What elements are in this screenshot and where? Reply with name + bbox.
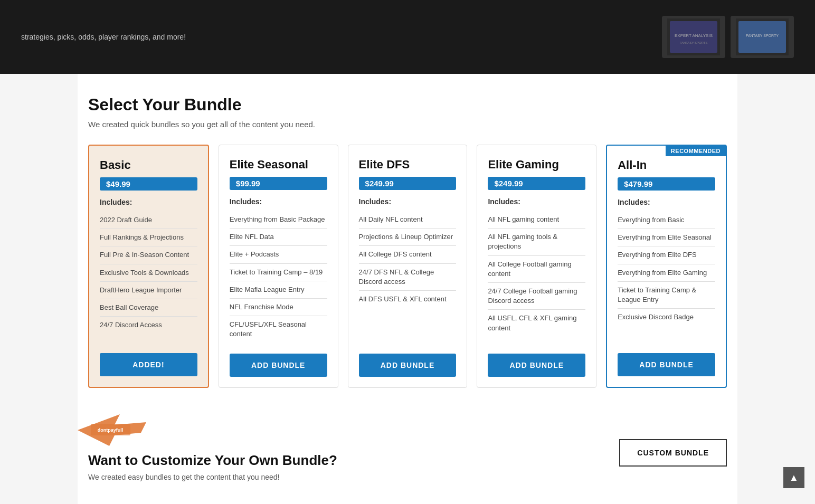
includes-label-all-in: Includes: <box>618 198 715 206</box>
section-subtitle: We created quick bundles so you get all … <box>88 120 727 129</box>
feature-item: Exclusive Tools & Downloads <box>100 264 197 282</box>
svg-text:FANTASY SPORTS: FANTASY SPORTS <box>679 41 707 44</box>
feature-item: 24/7 DFS NFL & College Discord access <box>359 264 457 291</box>
bundle-name-elite-dfs: Elite DFS <box>359 158 457 172</box>
bundle-name-elite-seasonal: Elite Seasonal <box>230 158 327 172</box>
banner-image-2: FANTASY SPORTY <box>731 16 794 58</box>
bundle-button-elite-seasonal[interactable]: ADD BUNDLE <box>230 354 327 377</box>
feature-item: 2022 Draft Guide <box>100 212 197 229</box>
feature-item: NFL Franchise Mode <box>230 299 327 316</box>
feature-item: All NFL gaming content <box>488 211 585 229</box>
feature-item: Ticket to Training Camp – 8/19 <box>230 264 327 281</box>
banner-description: strategies, picks, odds, player rankings… <box>21 32 186 43</box>
feature-list-elite-gaming: All NFL gaming contentAll NFL gaming too… <box>488 211 585 343</box>
feature-item: Ticket to Training Camp & League Entry <box>618 282 715 309</box>
bundle-card-all-in: RECOMMENDEDAll-In$479.99Includes:Everyth… <box>606 145 727 388</box>
feature-item: All DFS USFL & XFL content <box>359 291 457 308</box>
feature-item: Exclusive Discord Badge <box>618 309 715 326</box>
bundle-name-all-in: All-In <box>618 158 715 172</box>
banner-text: strategies, picks, odds, player rankings… <box>21 32 186 43</box>
feature-list-basic: 2022 Draft GuideFull Rankings & Projecti… <box>100 212 197 343</box>
bundle-button-all-in[interactable]: ADD BUNDLE <box>618 353 715 376</box>
includes-label-elite-seasonal: Includes: <box>230 197 327 206</box>
custom-bundle-title: Want to Customize Your Own Bundle? <box>88 452 337 469</box>
custom-bundle-section: dontpayfull Want to Customize Your Own B… <box>88 414 727 481</box>
price-badge-elite-seasonal: $99.99 <box>230 177 327 190</box>
bundle-card-elite-dfs: Elite DFS$249.99Includes:All Daily NFL c… <box>348 145 468 388</box>
feature-item: Full Pre & In-Season Content <box>100 246 197 264</box>
feature-item: CFL/USFL/XFL Seasonal content <box>230 316 327 343</box>
banner-images: EXPERT ANALYSIS FANTASY SPORTS FANTASY S… <box>662 16 794 58</box>
includes-label-elite-gaming: Includes: <box>488 197 585 206</box>
bundle-button-basic[interactable]: ADDED! <box>100 353 197 376</box>
includes-label-elite-dfs: Includes: <box>359 197 457 206</box>
banner: strategies, picks, odds, player rankings… <box>0 0 815 74</box>
arrow-decoration: dontpayfull <box>78 414 146 446</box>
feature-item: Everything from Elite Seasonal <box>618 229 715 246</box>
banner-image-1: EXPERT ANALYSIS FANTASY SPORTS <box>662 16 725 58</box>
feature-item: All College Football gaming content <box>488 256 585 283</box>
svg-text:dontpayfull: dontpayfull <box>98 427 124 433</box>
feature-item: 24/7 College Football gaming Discord acc… <box>488 283 585 310</box>
bundle-button-elite-dfs[interactable]: ADD BUNDLE <box>359 354 457 377</box>
custom-bundle-text: dontpayfull Want to Customize Your Own B… <box>88 425 337 481</box>
feature-item: Everything from Basic <box>618 212 715 229</box>
bundle-button-elite-gaming[interactable]: ADD BUNDLE <box>488 354 585 377</box>
feature-item: Projections & Lineup Optimizer <box>359 229 457 246</box>
svg-text:EXPERT ANALYSIS: EXPERT ANALYSIS <box>675 33 713 38</box>
feature-item: Everything from Elite Gaming <box>618 264 715 282</box>
price-badge-elite-dfs: $249.99 <box>359 177 457 190</box>
bundle-card-elite-seasonal: Elite Seasonal$99.99Includes:Everything … <box>219 145 338 388</box>
bundle-name-elite-gaming: Elite Gaming <box>488 158 585 172</box>
scroll-top-icon: ▲ <box>789 472 799 483</box>
price-badge-elite-gaming: $249.99 <box>488 177 585 190</box>
bundle-card-elite-gaming: Elite Gaming$249.99Includes:All NFL gami… <box>477 145 596 388</box>
feature-item: Everything from Basic Package <box>230 211 327 229</box>
feature-item: Elite NFL Data <box>230 229 327 246</box>
bundle-name-basic: Basic <box>100 158 197 172</box>
feature-item: Everything from Elite DFS <box>618 246 715 264</box>
svg-text:FANTASY SPORTY: FANTASY SPORTY <box>746 34 779 37</box>
feature-item: 24/7 Discord Access <box>100 317 197 334</box>
feature-list-all-in: Everything from BasicEverything from Eli… <box>618 212 715 343</box>
feature-item: All USFL, CFL & XFL gaming content <box>488 310 585 336</box>
custom-bundle-subtitle: We created easy bundles to get the conte… <box>88 473 337 481</box>
scroll-top-button[interactable]: ▲ <box>783 467 804 488</box>
feature-item: Elite + Podcasts <box>230 246 327 263</box>
feature-item: Best Ball Coverage <box>100 299 197 317</box>
feature-item: DraftHero League Importer <box>100 282 197 299</box>
bundle-card-basic: Basic$49.99Includes:2022 Draft GuideFull… <box>88 145 209 388</box>
recommended-badge: RECOMMENDED <box>666 146 726 156</box>
section-title: Select Your Bundle <box>88 95 727 115</box>
includes-label-basic: Includes: <box>100 198 197 206</box>
bundles-grid: Basic$49.99Includes:2022 Draft GuideFull… <box>88 145 727 388</box>
feature-item: All Daily NFL content <box>359 211 457 229</box>
feature-list-elite-dfs: All Daily NFL contentProjections & Lineu… <box>359 211 457 343</box>
feature-item: All College DFS content <box>359 246 457 263</box>
price-badge-all-in: $479.99 <box>618 177 715 191</box>
main-content: Select Your Bundle We created quick bund… <box>78 74 737 504</box>
price-badge-basic: $49.99 <box>100 177 197 191</box>
feature-list-elite-seasonal: Everything from Basic PackageElite NFL D… <box>230 211 327 343</box>
custom-bundle-button[interactable]: CUSTOM BUNDLE <box>619 439 727 467</box>
feature-item: Full Rankings & Projections <box>100 229 197 246</box>
feature-item: Elite Mafia League Entry <box>230 281 327 299</box>
feature-item: All NFL gaming tools & projections <box>488 229 585 255</box>
